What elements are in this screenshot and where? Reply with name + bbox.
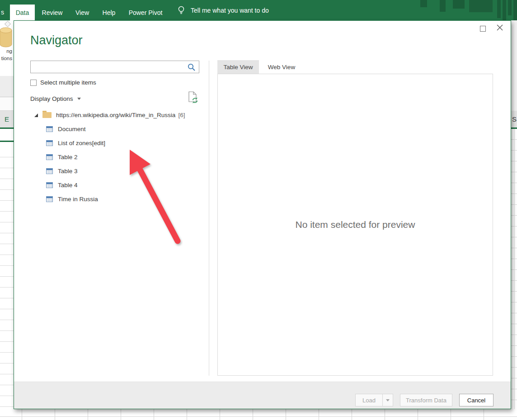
- ribbon-tab-data[interactable]: Data: [10, 5, 35, 20]
- tree-root-count: [6]: [178, 112, 185, 118]
- ribbon-tab-help[interactable]: Help: [99, 5, 119, 20]
- table-icon: [46, 126, 53, 132]
- formula-bar-strip: [0, 97, 14, 111]
- partial-tab-label[interactable]: s: [1, 9, 4, 16]
- clipped-ribbon-text: ng: [6, 48, 12, 54]
- tree-item-table-2[interactable]: Table 2: [14, 150, 208, 164]
- tab-label: Table View: [223, 64, 253, 71]
- folder-icon: [42, 112, 52, 118]
- tree-item-label: Document: [58, 126, 86, 132]
- tree-item-label: Table 3: [58, 168, 78, 175]
- ribbon-decoration: [497, 0, 501, 18]
- dialog-footer: Load Transform Data Cancel: [14, 382, 511, 409]
- ribbon-tab-view[interactable]: View: [71, 5, 93, 20]
- ribbon-tab-power-pivot[interactable]: Power Pivot: [126, 5, 165, 20]
- table-icon: [46, 196, 53, 202]
- tree-root-label: https://en.wikipedia.org/wiki/Time_in_Ru…: [56, 112, 175, 118]
- worksheet-gridlines: [0, 142, 14, 409]
- transform-data-button[interactable]: Transform Data: [400, 394, 452, 406]
- column-header-e: E: [0, 111, 14, 127]
- tree-item-table-3[interactable]: Table 3: [14, 164, 208, 178]
- expand-triangle-icon[interactable]: [34, 113, 38, 117]
- worksheet-right-strip: S: [511, 20, 517, 409]
- tree-item-list-of-zones[interactable]: List of zones[edit]: [14, 136, 208, 150]
- search-box: [30, 61, 199, 73]
- display-options-dropdown[interactable]: Display Options: [30, 93, 81, 104]
- table-icon: [46, 182, 53, 188]
- table-icon: [46, 168, 53, 174]
- tree-item-document[interactable]: Document: [14, 122, 208, 136]
- ribbon-tab-review[interactable]: Review: [40, 5, 65, 20]
- ribbon-group-strip: [0, 76, 14, 97]
- table-icon: [46, 140, 53, 146]
- load-dropdown-button[interactable]: [382, 394, 393, 406]
- tree-item-label: List of zones[edit]: [58, 140, 105, 146]
- dropdown-arrow-icon: [386, 399, 390, 401]
- worksheet-gridlines: [0, 416, 517, 417]
- maximize-icon: [480, 26, 486, 32]
- navigator-tree: https://en.wikipedia.org/wiki/Time_in_Ru…: [14, 108, 208, 206]
- ribbon-tab-label: Data: [16, 9, 29, 16]
- dialog-title: Navigator: [30, 33, 83, 47]
- tree-item-table-4[interactable]: Table 4: [14, 178, 208, 192]
- ribbon-decoration: [503, 0, 506, 20]
- ribbon-tab-label: Help: [103, 9, 116, 16]
- clipped-ribbon-icon: [5, 21, 11, 27]
- table-icon: [46, 154, 53, 160]
- refresh-report-icon[interactable]: [187, 91, 199, 104]
- cancel-button[interactable]: Cancel: [459, 394, 494, 406]
- selection-border: [0, 127, 14, 129]
- worksheet-left-strip: ng tions E: [0, 20, 14, 409]
- preview-placeholder-text: No item selected for preview: [296, 219, 415, 230]
- tree-item-label: Table 4: [58, 182, 78, 189]
- search-icon[interactable]: [187, 63, 196, 74]
- worksheet-gridlines: [514, 129, 515, 409]
- tell-me-label: Tell me what you want to do: [191, 7, 269, 14]
- select-multiple-row: Select multiple items: [30, 79, 96, 86]
- tree-item-label: Time in Russia: [58, 196, 98, 203]
- tree-item-time-in-russia[interactable]: Time in Russia: [14, 192, 208, 206]
- tree-root-row[interactable]: https://en.wikipedia.org/wiki/Time_in_Ru…: [14, 108, 208, 122]
- clipped-ribbon-text: tions: [1, 56, 12, 61]
- excel-window: s Data Review View Help Power Pivot Tell…: [0, 0, 517, 420]
- navigator-dialog: Navigator Select multiple items Display …: [14, 20, 511, 409]
- ribbon-tab-label: View: [75, 9, 89, 16]
- database-icon: [0, 27, 13, 50]
- search-input[interactable]: [31, 61, 186, 73]
- load-button[interactable]: Load: [355, 394, 383, 406]
- display-options-label: Display Options: [30, 95, 73, 102]
- column-header-s: S: [511, 111, 517, 127]
- ribbon-decoration: [420, 0, 427, 7]
- tab-table-view[interactable]: Table View: [217, 60, 259, 74]
- ribbon-decoration: [440, 0, 446, 12]
- tab-web-view[interactable]: Web View: [262, 60, 301, 74]
- close-button[interactable]: [494, 23, 506, 34]
- select-multiple-checkbox[interactable]: [30, 80, 37, 86]
- maximize-button[interactable]: [477, 23, 489, 34]
- ribbon-tab-label: Review: [42, 9, 63, 16]
- pane-separator: [209, 61, 209, 376]
- ribbon-decoration: [469, 0, 493, 12]
- lightbulb-icon: [177, 5, 186, 17]
- worksheet-bottom-strip: [0, 409, 517, 420]
- tab-label: Web View: [268, 64, 295, 71]
- ribbon-decoration: [513, 0, 517, 20]
- ribbon-decoration: [508, 0, 512, 15]
- preview-panel: No item selected for preview: [217, 74, 493, 376]
- tell-me-box[interactable]: Tell me what you want to do: [191, 0, 269, 20]
- chevron-down-icon: [77, 98, 81, 100]
- ribbon-tab-label: Power Pivot: [129, 9, 163, 16]
- select-multiple-label: Select multiple items: [40, 79, 96, 86]
- close-icon: [496, 24, 503, 33]
- ribbon: s Data Review View Help Power Pivot Tell…: [0, 0, 517, 20]
- tree-item-label: Table 2: [58, 154, 78, 160]
- ribbon-decoration: [453, 0, 465, 9]
